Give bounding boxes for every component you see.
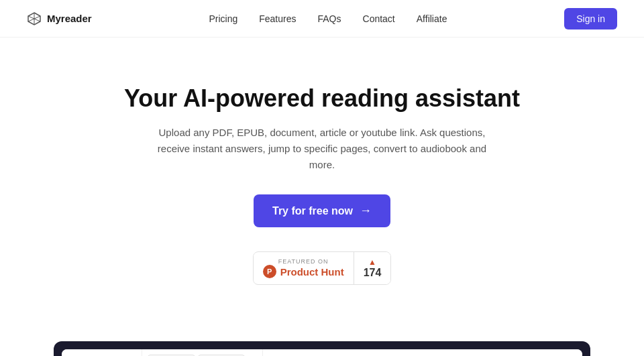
signin-button[interactable]: Sign in bbox=[564, 8, 617, 29]
content-panel: Previous 1 Next our new direction. I did… bbox=[263, 349, 582, 356]
chat-topbar: Entire Li ▾ All book ▾ bbox=[142, 349, 262, 356]
hero-description: Upload any PDF, EPUB, document, article … bbox=[154, 125, 490, 173]
nav-features[interactable]: Features bbox=[259, 13, 296, 24]
logo-icon bbox=[27, 11, 42, 26]
nav-pricing[interactable]: Pricing bbox=[209, 13, 237, 24]
ph-featured-label: FEATURED ON bbox=[278, 258, 329, 265]
logo-text: Myreader bbox=[47, 13, 92, 24]
app-screenshot: Chat History Upload Library Collections bbox=[54, 341, 590, 356]
nav-contact[interactable]: Contact bbox=[363, 13, 395, 24]
nav-faqs[interactable]: FAQs bbox=[318, 13, 341, 24]
ph-left: FEATURED ON P Product Hunt bbox=[254, 253, 354, 284]
hero-section: Your AI-powered reading assistant Upload… bbox=[0, 38, 644, 341]
cta-button[interactable]: Try for free now → bbox=[254, 194, 390, 227]
ph-upvote-arrow: ▲ bbox=[368, 257, 376, 267]
product-hunt-badge[interactable]: FEATURED ON P Product Hunt ▲ 174 bbox=[253, 251, 392, 285]
ph-name: P Product Hunt bbox=[263, 265, 344, 278]
nav-affiliate[interactable]: Affiliate bbox=[417, 13, 447, 24]
ph-right: ▲ 174 bbox=[354, 252, 391, 284]
ph-icon: P bbox=[263, 265, 276, 278]
navbar: Myreader Pricing Features FAQs Contact A… bbox=[0, 0, 644, 38]
logo: Myreader bbox=[27, 11, 92, 26]
cta-label: Try for free now bbox=[272, 205, 353, 217]
ph-icon-char: P bbox=[267, 268, 272, 276]
ph-count: 174 bbox=[364, 267, 382, 279]
hero-title: Your AI-powered reading assistant bbox=[13, 84, 631, 113]
chat-panel: Entire Li ▾ All book ▾ Can you provide m… bbox=[142, 349, 263, 356]
ph-name-text: Product Hunt bbox=[280, 266, 344, 278]
cta-arrow-icon: → bbox=[360, 204, 372, 218]
app-inner: Chat History Upload Library Collections bbox=[62, 349, 582, 356]
nav-links: Pricing Features FAQs Contact Affiliate bbox=[209, 13, 447, 24]
app-sidebar: Chat History Upload Library Collections bbox=[62, 349, 142, 356]
